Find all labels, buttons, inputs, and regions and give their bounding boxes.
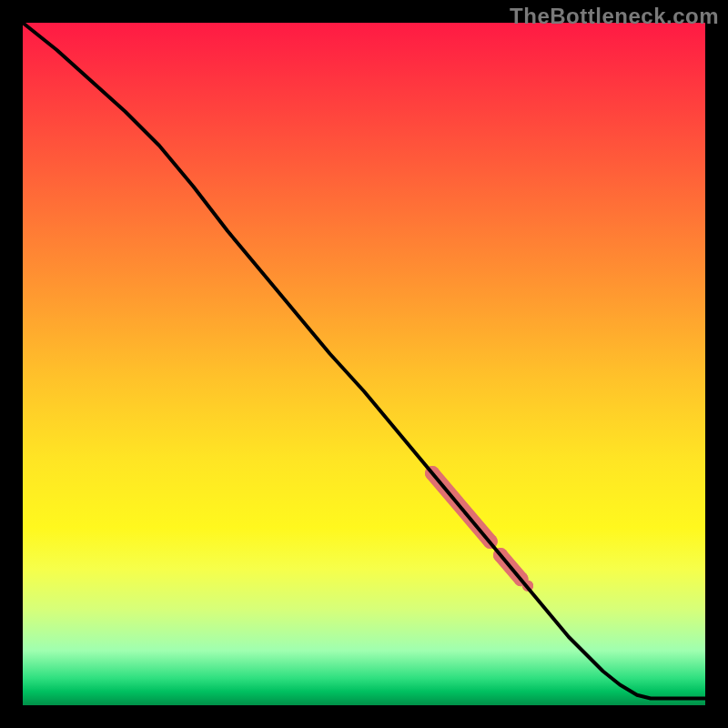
bottleneck-curve: [23, 23, 705, 699]
curve-overlay: [23, 23, 705, 705]
chart-frame: TheBottleneck.com: [0, 0, 728, 728]
